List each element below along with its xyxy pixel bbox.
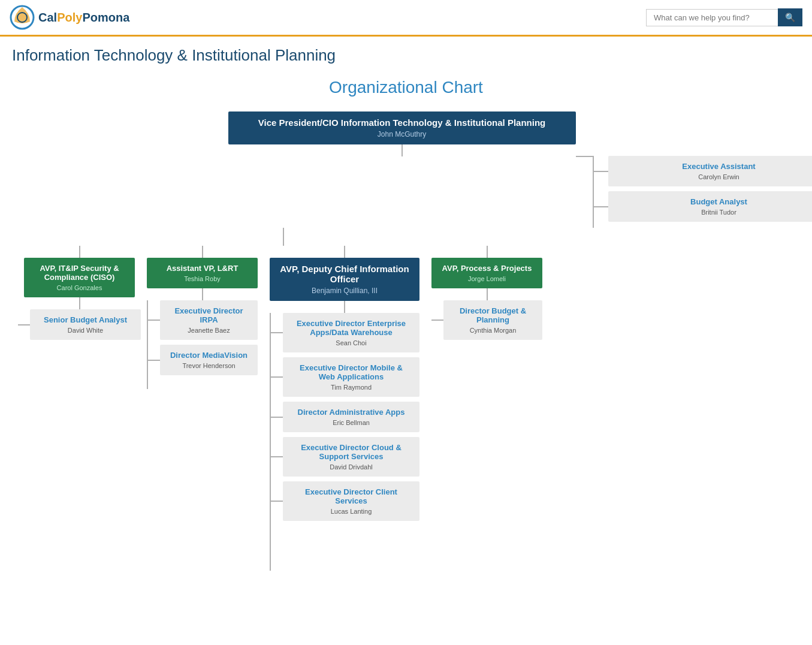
avp-security-branch: AVP, IT&IP Security & Compliance (CISO) … bbox=[24, 246, 135, 340]
enterprise-apps-title: Executive Director Enterprise Apps/Data … bbox=[291, 319, 411, 337]
vp-title: Vice President/CIO Information Technolog… bbox=[237, 117, 568, 128]
enterprise-apps-name: Sean Choi bbox=[291, 339, 411, 346]
admin-apps-title: Director Administrative Apps bbox=[291, 408, 411, 417]
avp-security-title: AVP, IT&IP Security & Compliance (CISO) bbox=[32, 264, 126, 282]
org-chart: Vice President/CIO Information Technolog… bbox=[0, 111, 812, 595]
avp-deputy-name: Benjamin Quillian, III bbox=[278, 287, 411, 295]
search-button[interactable]: 🔍 bbox=[778, 8, 802, 26]
avp1-down-connector bbox=[79, 297, 80, 309]
irpa-box[interactable]: Executive Director IRPA Jeanette Baez bbox=[160, 300, 258, 340]
ea-name: Carolyn Erwin bbox=[617, 173, 813, 180]
avp4-child-row: Director Budget & Planning Cynthia Morga… bbox=[431, 300, 542, 340]
avp-deputy-title: AVP, Deputy Chief Information Officer bbox=[278, 264, 411, 284]
avp-lrt-branch: Assistant VP, L&RT Teshia Roby bbox=[147, 246, 258, 389]
avp-lrt-box[interactable]: Assistant VP, L&RT Teshia Roby bbox=[147, 258, 258, 288]
avp2-top-connector bbox=[202, 246, 203, 258]
logo-text: CalPolyPomona bbox=[38, 11, 129, 25]
admin-apps-box[interactable]: Director Administrative Apps Eric Bellma… bbox=[283, 402, 419, 432]
irpa-name: Jeanette Baez bbox=[168, 327, 249, 334]
logo-pomona: Pomona bbox=[82, 11, 129, 24]
avp4-down-connector bbox=[487, 288, 488, 300]
deputy-child5-row: Executive Director Client Services Lucas… bbox=[271, 481, 419, 521]
cloud-support-title: Executive Director Cloud & Support Servi… bbox=[291, 443, 411, 461]
mediavision-box[interactable]: Director MediaVision Trevor Henderson bbox=[160, 345, 258, 375]
vp-column: Vice President/CIO Information Technolog… bbox=[228, 111, 576, 156]
deputy-child1-row: Executive Director Enterprise Apps/Data … bbox=[271, 313, 419, 352]
header: CalPolyPomona 🔍 bbox=[0, 0, 812, 37]
irpa-title: Executive Director IRPA bbox=[168, 306, 249, 324]
vp-down-connector bbox=[402, 144, 403, 156]
avp3-down-connector bbox=[344, 301, 345, 313]
logo-area: CalPolyPomona bbox=[10, 5, 129, 30]
logo-icon bbox=[10, 5, 35, 30]
staff-box-ba[interactable]: Budget Analyst Britnii Tudor bbox=[608, 191, 813, 222]
admin-apps-name: Eric Bellman bbox=[291, 419, 411, 426]
sba-title: Senior Budget Analyst bbox=[38, 315, 132, 324]
avp1-child-row: Senior Budget Analyst David White bbox=[18, 309, 141, 340]
budget-planning-title: Director Budget & Planning bbox=[452, 306, 534, 324]
avp-lrt-title: Assistant VP, L&RT bbox=[155, 264, 249, 273]
staff-area: Executive Assistant Carolyn Erwin Budget… bbox=[576, 111, 813, 228]
deputy-child3-row: Director Administrative Apps Eric Bellma… bbox=[271, 402, 419, 432]
cloud-support-name: David Drivdahl bbox=[291, 463, 411, 471]
ea-title: Executive Assistant bbox=[617, 162, 813, 171]
mobile-web-title: Executive Director Mobile & Web Applicat… bbox=[291, 363, 411, 381]
logo-poly: Poly bbox=[57, 11, 82, 24]
avp3-top-connector bbox=[344, 246, 345, 258]
avp2-down-connector bbox=[202, 288, 203, 300]
client-services-title: Executive Director Client Services bbox=[291, 487, 411, 505]
search-icon: 🔍 bbox=[785, 13, 795, 22]
page-title: Information Technology & Institutional P… bbox=[0, 37, 812, 67]
avp-process-box[interactable]: AVP, Process & Projects Jorge Lomeli bbox=[431, 258, 542, 288]
budget-planning-name: Cynthia Morgan bbox=[452, 327, 534, 334]
enterprise-apps-box[interactable]: Executive Director Enterprise Apps/Data … bbox=[283, 313, 419, 352]
chart-title: Organizational Chart bbox=[0, 78, 812, 97]
avp-process-name: Jorge Lomeli bbox=[440, 275, 534, 282]
avp4-top-connector bbox=[487, 246, 488, 258]
avp-deputy-box[interactable]: AVP, Deputy Chief Information Officer Be… bbox=[270, 258, 419, 301]
staff-box-ea[interactable]: Executive Assistant Carolyn Erwin bbox=[608, 156, 813, 186]
avp-deputy-branch: AVP, Deputy Chief Information Officer Be… bbox=[270, 246, 419, 571]
avp-lrt-name: Teshia Roby bbox=[155, 275, 249, 282]
avp2-child2-row: Director MediaVision Trevor Henderson bbox=[148, 345, 258, 375]
avp-security-box[interactable]: AVP, IT&IP Security & Compliance (CISO) … bbox=[24, 258, 135, 297]
mediavision-title: Director MediaVision bbox=[168, 351, 249, 360]
mobile-web-box[interactable]: Executive Director Mobile & Web Applicat… bbox=[283, 357, 419, 397]
avp-security-name: Carol Gonzales bbox=[32, 284, 126, 291]
client-services-name: Lucas Lanting bbox=[291, 508, 411, 515]
search-area: 🔍 bbox=[646, 8, 802, 26]
search-input[interactable] bbox=[646, 9, 778, 26]
cloud-support-box[interactable]: Executive Director Cloud & Support Servi… bbox=[283, 437, 419, 477]
avp-process-title: AVP, Process & Projects bbox=[440, 264, 534, 273]
deputy-child2-row: Executive Director Mobile & Web Applicat… bbox=[271, 357, 419, 397]
budget-planning-box[interactable]: Director Budget & Planning Cynthia Morga… bbox=[443, 300, 542, 340]
avp1-top-connector bbox=[79, 246, 80, 258]
vp-box[interactable]: Vice President/CIO Information Technolog… bbox=[228, 111, 576, 144]
sba-box[interactable]: Senior Budget Analyst David White bbox=[30, 309, 141, 340]
mobile-web-name: Tim Raymond bbox=[291, 384, 411, 391]
ba-title: Budget Analyst bbox=[617, 197, 813, 206]
logo-cal: Cal bbox=[38, 11, 57, 24]
deputy-child4-row: Executive Director Cloud & Support Servi… bbox=[271, 437, 419, 477]
avp-section: AVP, IT&IP Security & Compliance (CISO) … bbox=[270, 228, 542, 571]
sba-name: David White bbox=[38, 327, 132, 334]
client-services-box[interactable]: Executive Director Client Services Lucas… bbox=[283, 481, 419, 521]
ba-name: Britnii Tudor bbox=[617, 209, 813, 216]
avp-process-branch: AVP, Process & Projects Jorge Lomeli Dir… bbox=[431, 246, 542, 340]
avp2-child1-row: Executive Director IRPA Jeanette Baez bbox=[148, 300, 258, 340]
vp-name: John McGuthry bbox=[237, 130, 568, 138]
mediavision-name: Trevor Henderson bbox=[168, 362, 249, 369]
